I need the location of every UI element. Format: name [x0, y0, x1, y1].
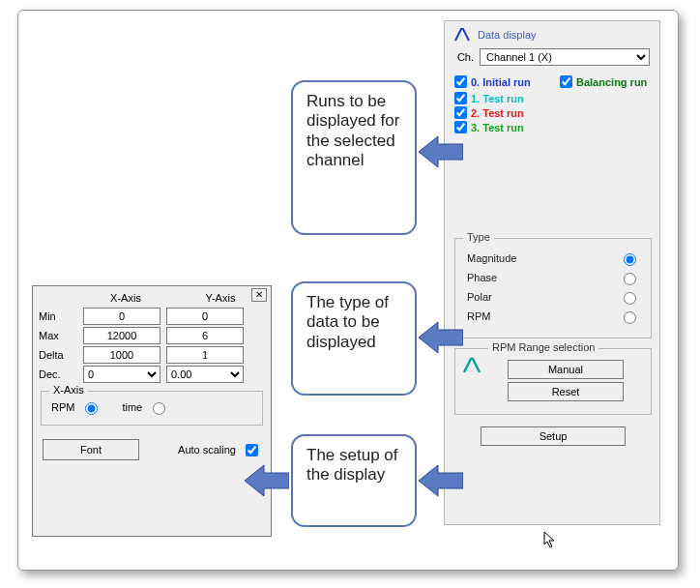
xaxis-time-option[interactable]: time: [122, 399, 168, 415]
type-label: Magnitude: [467, 252, 516, 264]
callout-setup: The setup of the display: [291, 434, 417, 527]
type-group: Type Magnitude Phase Polar RPM: [454, 238, 652, 338]
type-radio[interactable]: [624, 273, 636, 285]
y-axis-header: Y-Axis: [182, 292, 259, 304]
channel-label: Ch.: [454, 51, 474, 63]
svg-marker-3: [245, 465, 289, 496]
rpm-range-group: RPM Range selection Manual Reset: [454, 348, 652, 415]
type-label: Phase: [467, 272, 497, 283]
panel-header: Data display: [454, 27, 652, 43]
run-test-3[interactable]: 3. Test run: [454, 121, 652, 133]
xaxis-radio[interactable]: [153, 402, 165, 415]
type-label: Polar: [467, 291, 492, 303]
axis-bottom-row: Font Auto scaling: [33, 426, 271, 460]
axis-headers: X-Axis Y-Axis: [87, 292, 271, 304]
close-button[interactable]: ✕: [251, 288, 267, 302]
dec-x-select[interactable]: 0: [83, 366, 160, 383]
run-checkbox[interactable]: [454, 106, 467, 119]
dec-label: Dec.: [39, 368, 77, 380]
svg-marker-0: [419, 136, 463, 167]
data-display-panel: Data display Ch. Channel 1 (X) 0. Initia…: [444, 20, 660, 525]
x-axis-header: X-Axis: [87, 292, 164, 304]
arrow-left-icon: [245, 461, 289, 500]
autoscale-label: Auto scaling: [178, 444, 236, 456]
arrow-left-icon: [419, 132, 463, 171]
run-checkbox[interactable]: [560, 75, 572, 88]
run-balancing[interactable]: Balancing run: [560, 75, 652, 88]
run-label: 2. Test run: [471, 107, 524, 119]
rpm-legend: RPM Range selection: [488, 341, 598, 353]
min-x-input[interactable]: [83, 308, 160, 325]
font-button[interactable]: Font: [43, 439, 139, 460]
run-initial[interactable]: 0. Initial run: [454, 75, 546, 88]
canvas: Data display Ch. Channel 1 (X) 0. Initia…: [17, 10, 679, 571]
run-label: 0. Initial run: [471, 76, 531, 88]
type-radio[interactable]: [624, 311, 636, 324]
delta-y-input[interactable]: [166, 346, 244, 364]
dec-row: Dec. 0 0.00: [39, 366, 265, 383]
delta-row: Delta: [39, 346, 265, 364]
max-row: Max: [39, 327, 265, 344]
xaxis-legend: X-Axis: [49, 384, 88, 396]
setup-button[interactable]: Setup: [481, 426, 626, 446]
type-radio[interactable]: [624, 253, 636, 266]
arrow-left-icon: [419, 318, 463, 357]
type-rpm-row[interactable]: RPM: [467, 309, 639, 324]
manual-button[interactable]: Manual: [508, 360, 624, 379]
reset-button[interactable]: Reset: [508, 382, 624, 401]
max-label: Max: [39, 330, 77, 341]
callout-runs: Runs to be displayed for the selected ch…: [291, 80, 417, 235]
delta-label: Delta: [39, 349, 77, 361]
close-icon: ✕: [255, 289, 263, 300]
type-polar-row[interactable]: Polar: [467, 289, 639, 305]
type-label: RPM: [467, 310, 490, 322]
run-label: Balancing run: [576, 76, 647, 88]
peak-icon: [463, 357, 482, 374]
run-checkbox[interactable]: [454, 92, 467, 104]
xaxis-rpm-option[interactable]: RPM: [51, 399, 101, 415]
dec-y-select[interactable]: 0.00: [166, 366, 244, 383]
max-x-input[interactable]: [83, 327, 160, 344]
type-magnitude-row[interactable]: Magnitude: [467, 250, 639, 266]
run-checkbox[interactable]: [454, 75, 467, 88]
xaxis-rpm-label: RPM: [51, 401, 74, 413]
xaxis-time-label: time: [122, 401, 142, 413]
run-test-1[interactable]: 1. Test run: [454, 92, 652, 104]
run-label: 3. Test run: [471, 122, 524, 133]
run-label: 1. Test run: [471, 93, 524, 104]
min-label: Min: [39, 310, 77, 322]
xaxis-radio[interactable]: [85, 402, 98, 415]
runs-list: 0. Initial run Balancing run 1. Test run…: [454, 74, 652, 133]
type-phase-row[interactable]: Phase: [467, 270, 639, 285]
max-y-input[interactable]: [166, 327, 244, 344]
panel-title: Data display: [478, 29, 537, 41]
peak-icon: [454, 27, 472, 43]
autoscale-checkbox[interactable]: [246, 444, 258, 456]
type-legend: Type: [463, 231, 494, 243]
type-radio[interactable]: [624, 292, 636, 305]
delta-x-input[interactable]: [83, 346, 160, 364]
min-y-input[interactable]: [166, 308, 244, 325]
run-test-2[interactable]: 2. Test run: [454, 106, 652, 119]
arrow-left-icon: [419, 461, 463, 500]
autoscale-row[interactable]: Auto scaling: [178, 441, 261, 459]
svg-marker-2: [419, 465, 463, 496]
axis-setup-dialog: ✕ X-Axis Y-Axis Min Max Delta Dec. 0 0.0…: [32, 285, 272, 537]
cursor-icon: [543, 531, 557, 550]
channel-row: Ch. Channel 1 (X): [454, 48, 652, 66]
min-row: Min: [39, 308, 265, 325]
svg-marker-1: [419, 322, 463, 353]
channel-select[interactable]: Channel 1 (X): [480, 48, 650, 66]
xaxis-mode-group: X-Axis RPM time: [41, 391, 263, 426]
callout-type: The type of data to be displayed: [291, 281, 417, 396]
